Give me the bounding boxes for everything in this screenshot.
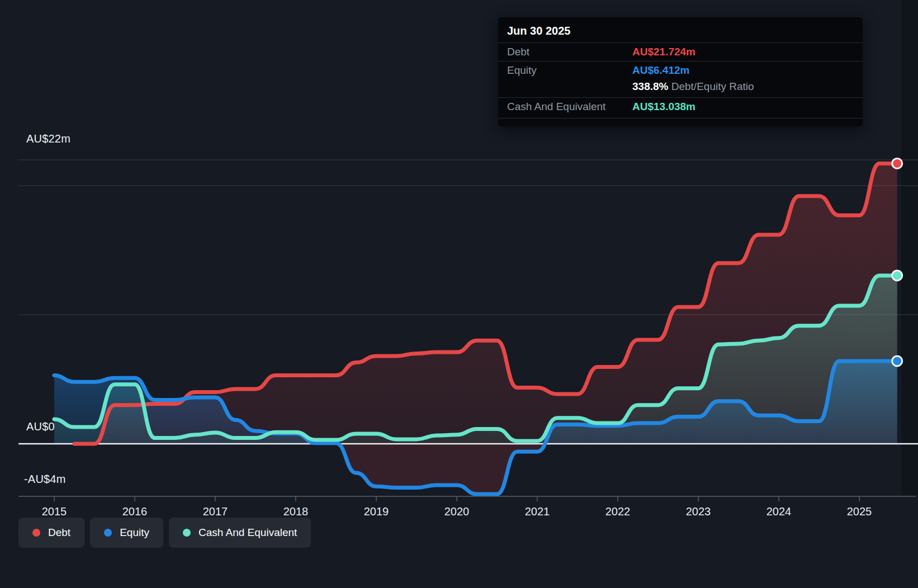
legend-item-equity[interactable]: Equity <box>90 518 163 548</box>
legend-cash-label: Cash And Equivalent <box>198 527 297 539</box>
tooltip-equity-value: AU$6.412m <box>632 64 854 77</box>
x-tick-label-2022: 2022 <box>590 505 646 518</box>
x-tick-label-2018: 2018 <box>268 505 324 518</box>
tooltip-equity-label: Equity <box>507 64 632 77</box>
x-tick-label-2015: 2015 <box>26 505 82 518</box>
cash-end-marker[interactable] <box>892 271 902 281</box>
tooltip-cash-label: Cash And Equivalent <box>507 101 632 113</box>
chart-legend: Debt Equity Cash And Equivalent <box>18 518 311 548</box>
tooltip-date: Jun 30 2025 <box>498 17 863 42</box>
debt-dot-icon <box>32 529 40 537</box>
x-tick-label-2025: 2025 <box>831 505 887 518</box>
y-axis-label-22m: AU$22m <box>26 132 70 145</box>
equity-end-marker[interactable] <box>892 356 902 366</box>
legend-equity-label: Equity <box>120 527 149 539</box>
tooltip-row-debt: Debt AU$21.724m <box>498 42 863 61</box>
debt-equity-history-chart: AU$22m AU$0 -AU$4m 2015 2016 2017 2018 2… <box>0 0 918 588</box>
tooltip-ratio-value: 338.8% <box>632 80 668 92</box>
x-tick-label-2019: 2019 <box>348 505 404 518</box>
legend-debt-label: Debt <box>48 527 70 539</box>
y-axis-label-0: AU$0 <box>26 420 55 433</box>
tooltip-row-equity: Equity AU$6.412m <box>498 61 863 79</box>
legend-item-cash[interactable]: Cash And Equivalent <box>169 518 311 548</box>
tooltip-row-cash: Cash And Equivalent AU$13.038m <box>498 97 863 118</box>
tooltip-debt-value: AU$21.724m <box>632 46 854 58</box>
x-tick-label-2020: 2020 <box>429 505 485 518</box>
chart-tooltip: Jun 30 2025 Debt AU$21.724m Equity AU$6.… <box>498 17 863 126</box>
tooltip-cash-value: AU$13.038m <box>632 101 854 113</box>
x-tick-label-2024: 2024 <box>751 505 807 518</box>
x-tick-label-2017: 2017 <box>187 505 243 518</box>
tooltip-ratio-label: Debt/Equity Ratio <box>671 80 754 92</box>
x-tick-label-2023: 2023 <box>670 505 726 518</box>
x-tick-label-2016: 2016 <box>107 505 163 518</box>
equity-dot-icon <box>104 529 112 537</box>
y-axis-label-neg4m: -AU$4m <box>24 473 66 486</box>
x-tick-label-2021: 2021 <box>509 505 565 518</box>
cash-dot-icon <box>183 529 191 537</box>
legend-item-debt[interactable]: Debt <box>18 518 84 548</box>
tooltip-row-ratio: 338.8% Debt/Equity Ratio <box>498 79 863 97</box>
plot-right-margin <box>901 0 918 495</box>
debt-end-marker[interactable] <box>892 158 902 168</box>
tooltip-debt-label: Debt <box>507 46 632 58</box>
